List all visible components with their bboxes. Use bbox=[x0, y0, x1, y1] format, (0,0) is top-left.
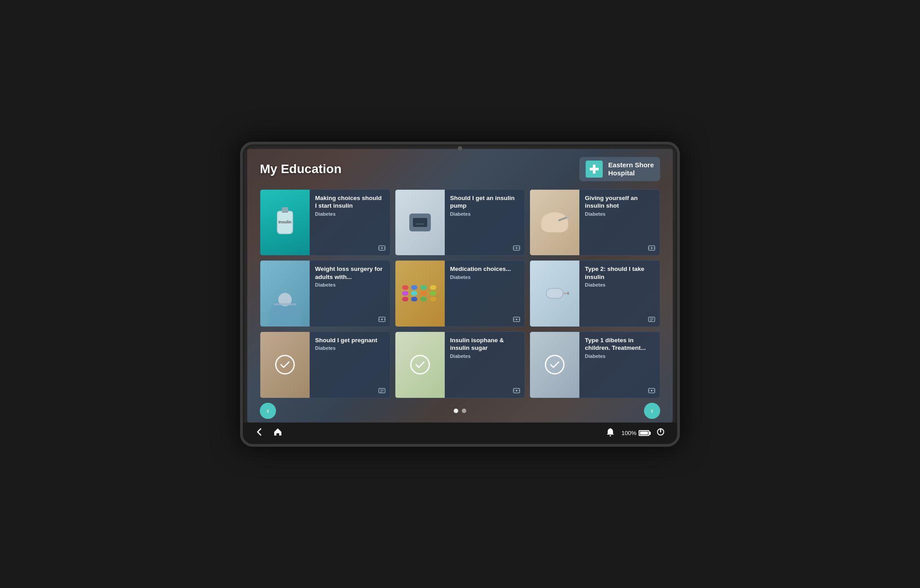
power-button[interactable] bbox=[657, 428, 665, 438]
card-thumb: ____ bbox=[395, 190, 445, 256]
card-3[interactable]: Giving yourself an insulin shot Diabetes bbox=[530, 189, 660, 256]
card-thumb bbox=[260, 261, 310, 327]
svg-point-3 bbox=[381, 247, 383, 249]
card-title: Insulin isophane & insulin sugar bbox=[450, 336, 520, 352]
svg-point-35 bbox=[651, 390, 653, 392]
hospital-name: Eastern ShoreHospital bbox=[608, 161, 654, 177]
card-title: Type 2: should I take insulin bbox=[585, 265, 654, 281]
card-thumb bbox=[530, 190, 579, 256]
card-thumb-inner bbox=[260, 261, 310, 327]
card-title: Should I get pregnant bbox=[315, 336, 385, 344]
card-type-icon bbox=[513, 388, 520, 395]
card-info: Type 1 dibetes in children. Treatment...… bbox=[579, 332, 660, 398]
card-title: Should I get an insulin pump bbox=[450, 194, 520, 210]
card-type-icon bbox=[378, 316, 386, 323]
header: My Education Eastern ShoreHospital bbox=[247, 149, 673, 186]
battery-indicator: 100% bbox=[622, 430, 649, 436]
card-type-icon bbox=[648, 316, 655, 323]
back-button[interactable] bbox=[255, 428, 263, 438]
card-1[interactable]: Insulin Making choices should I start in… bbox=[260, 189, 390, 256]
tablet-screen: My Education Eastern ShoreHospital bbox=[247, 149, 673, 422]
battery-fill bbox=[640, 431, 648, 435]
hospital-logo: Eastern ShoreHospital bbox=[579, 157, 660, 181]
card-type-icon bbox=[513, 245, 520, 252]
battery-bar bbox=[639, 430, 649, 436]
card-title: Weight loss surgery for adults with... bbox=[315, 265, 385, 281]
card-category: Diabetes bbox=[450, 353, 520, 359]
card-title: Making choices should I start insulin bbox=[315, 194, 385, 210]
svg-rect-1 bbox=[590, 168, 599, 170]
card-category: Diabetes bbox=[315, 282, 385, 287]
card-category: Diabetes bbox=[450, 211, 520, 217]
card-category: Diabetes bbox=[315, 345, 385, 351]
cards-grid: Insulin Making choices should I start in… bbox=[247, 186, 673, 400]
card-thumb-inner bbox=[530, 332, 579, 398]
card-category: Diabetes bbox=[315, 211, 385, 217]
card-category: Diabetes bbox=[585, 211, 654, 217]
card-thumb bbox=[530, 332, 579, 398]
card-info: Giving yourself an insulin shot Diabetes bbox=[579, 190, 660, 256]
home-button[interactable] bbox=[273, 427, 282, 439]
card-2[interactable]: ____ Should I get an insulin pump Diabet… bbox=[395, 189, 526, 256]
card-type-icon bbox=[378, 245, 386, 252]
card-title: Giving yourself an insulin shot bbox=[585, 194, 654, 210]
prev-button[interactable]: ‹ bbox=[260, 403, 276, 419]
svg-point-15 bbox=[381, 318, 383, 320]
svg-point-7 bbox=[516, 247, 517, 249]
card-7[interactable]: Should I get pregnant Diabetes bbox=[260, 331, 390, 398]
nav-dot-1[interactable] bbox=[454, 409, 458, 413]
card-thumb bbox=[530, 261, 579, 327]
tablet-frame: My Education Eastern ShoreHospital bbox=[240, 142, 680, 447]
card-5[interactable]: Medication choices... Diabetes bbox=[395, 260, 526, 327]
bottom-bar: 100% bbox=[243, 422, 677, 444]
card-info: Medication choices... Diabetes bbox=[445, 261, 525, 327]
svg-point-31 bbox=[516, 390, 517, 392]
svg-point-19 bbox=[516, 318, 517, 320]
battery-percent: 100% bbox=[622, 430, 636, 436]
card-type-icon bbox=[378, 388, 386, 395]
camera-notch bbox=[458, 146, 462, 151]
card-type-icon bbox=[648, 245, 655, 252]
card-4[interactable]: Weight loss surgery for adults with... D… bbox=[260, 260, 390, 327]
card-6[interactable]: Type 2: should I take insulin Diabetes bbox=[530, 260, 660, 327]
next-button[interactable]: › bbox=[644, 403, 660, 419]
card-thumb-inner: ____ bbox=[395, 190, 445, 256]
card-thumb-inner: Insulin bbox=[260, 190, 310, 256]
card-8[interactable]: Insulin isophane & insulin sugar Diabete… bbox=[395, 331, 526, 398]
card-type-icon bbox=[513, 316, 520, 323]
card-category: Diabetes bbox=[450, 274, 520, 280]
card-category: Diabetes bbox=[585, 353, 654, 359]
page-title: My Education bbox=[260, 162, 342, 176]
card-info: Weight loss surgery for adults with... D… bbox=[310, 261, 390, 327]
card-thumb: Insulin bbox=[260, 190, 310, 256]
bottom-right: 100% bbox=[606, 427, 665, 439]
card-thumb bbox=[395, 332, 445, 398]
card-category: Diabetes bbox=[585, 282, 654, 287]
bottom-left bbox=[255, 427, 282, 439]
card-thumb-inner bbox=[530, 190, 579, 256]
hospital-logo-icon bbox=[586, 161, 603, 178]
card-thumb-inner bbox=[530, 261, 579, 327]
card-info: Should I get an insulin pump Diabetes bbox=[445, 190, 525, 256]
card-thumb-inner bbox=[395, 332, 445, 398]
card-title: Type 1 dibetes in children. Treatment... bbox=[585, 336, 654, 352]
card-thumb bbox=[260, 332, 310, 398]
card-9[interactable]: Type 1 dibetes in children. Treatment...… bbox=[530, 331, 660, 398]
card-thumb-inner bbox=[395, 261, 445, 327]
card-info: Making choices should I start insulin Di… bbox=[310, 190, 390, 256]
svg-point-11 bbox=[651, 247, 653, 249]
svg-point-38 bbox=[609, 435, 611, 436]
card-info: Insulin isophane & insulin sugar Diabete… bbox=[445, 332, 525, 398]
card-info: Type 2: should I take insulin Diabetes bbox=[579, 261, 660, 327]
card-title: Medication choices... bbox=[450, 265, 520, 273]
nav-dot-2[interactable] bbox=[462, 409, 466, 413]
bell-icon[interactable] bbox=[606, 427, 614, 439]
card-thumb-inner bbox=[260, 332, 310, 398]
card-type-icon bbox=[648, 388, 655, 395]
card-thumb bbox=[395, 261, 445, 327]
navigation-area: ‹ › bbox=[247, 400, 673, 422]
screen-content: My Education Eastern ShoreHospital bbox=[247, 149, 673, 422]
pagination-dots bbox=[454, 409, 466, 413]
card-info: Should I get pregnant Diabetes bbox=[310, 332, 390, 398]
